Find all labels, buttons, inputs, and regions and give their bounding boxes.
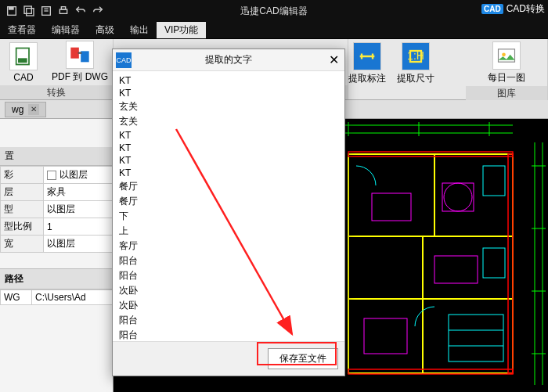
extracted-text-line[interactable]: 餐厅 (119, 179, 338, 194)
extracted-text-line[interactable]: 玄关 (119, 114, 338, 129)
save-as-icon[interactable] (20, 2, 38, 20)
redo-icon[interactable] (89, 2, 106, 20)
menu-bar: 查看器 编辑器 高级 输出 VIP功能 (0, 22, 548, 39)
color-swatch-icon (47, 171, 56, 180)
ribbon-btn-pdf-dwg-label: PDF 到 DWG (52, 70, 108, 84)
extracted-text-line[interactable]: KT (119, 74, 338, 87)
path-key: WG (1, 290, 32, 305)
svg-rect-40 (364, 318, 407, 354)
ribbon-btn-cad-label: CAD (13, 72, 33, 83)
prop-key: 层 (1, 184, 44, 201)
save-icon[interactable] (3, 2, 20, 20)
prop-key: 型比例 (1, 218, 44, 236)
extracted-text-line[interactable]: 客厅 (119, 239, 338, 254)
svg-rect-36 (372, 193, 411, 221)
svg-rect-41 (483, 166, 505, 196)
svg-rect-2 (24, 6, 31, 13)
svg-point-16 (502, 52, 506, 56)
extracted-text-line[interactable]: 次卧 (119, 283, 338, 298)
svg-rect-7 (59, 9, 67, 13)
properties-table: 彩以图层 层家具 型以图层 型比例1 宽以图层 (0, 166, 113, 253)
extracted-text-line[interactable]: 下 (119, 209, 338, 224)
dialog-title-bar[interactable]: CAD 提取的文字 ✕ (113, 49, 344, 71)
extracted-text-line[interactable]: 餐厅 (119, 194, 338, 209)
extract-size-icon: 1:H (402, 42, 430, 70)
extracted-text-line[interactable]: 次卧 (119, 298, 338, 313)
menu-editor[interactable]: 编辑器 (44, 22, 88, 38)
save-all-icon[interactable] (38, 2, 55, 20)
extract-dim-icon (353, 42, 381, 70)
extracted-text-line[interactable]: 阳台 (119, 254, 338, 268)
dialog-text-list[interactable]: KTKT玄关玄关KTKTKTKT餐厅餐厅下上客厅阳台阳台次卧次卧阳台阳台客厅 (113, 71, 344, 341)
svg-rect-10 (18, 58, 27, 63)
dialog-title: 提取的文字 (135, 53, 323, 67)
prop-val[interactable]: 家具 (44, 184, 113, 201)
cad-file-icon (9, 42, 38, 70)
document-tab-label: wg (12, 104, 23, 115)
menu-output[interactable]: 输出 (122, 22, 157, 38)
cad-badge-icon: CAD (481, 4, 503, 14)
ribbon-group-convert-label: 转换 (0, 85, 113, 99)
svg-rect-43 (449, 315, 503, 361)
dialog-close-icon[interactable]: ✕ (323, 49, 344, 71)
extracted-text-line[interactable]: KT (119, 129, 338, 142)
cad-convert-link[interactable]: CAD CAD转换 (481, 2, 545, 16)
prop-key: 型 (1, 201, 44, 218)
svg-rect-12 (81, 51, 89, 62)
prop-val[interactable]: 以图层 (44, 167, 113, 184)
gallery-icon (492, 41, 521, 70)
menu-viewer[interactable]: 查看器 (0, 22, 44, 38)
ribbon-btn-daily-label: 每日一图 (488, 71, 525, 85)
prop-val[interactable]: 1 (44, 218, 113, 236)
svg-rect-1 (9, 7, 13, 9)
pdf-dwg-icon (66, 41, 94, 69)
ribbon-btn-cad[interactable]: CAD (5, 42, 42, 83)
prop-key: 宽 (1, 236, 44, 253)
extracted-text-dialog: CAD 提取的文字 ✕ KTKT玄关玄关KTKTKTKT餐厅餐厅下上客厅阳台阳台… (112, 49, 345, 376)
prop-val[interactable]: 以图层 (44, 201, 113, 218)
extracted-text-line[interactable]: 上 (119, 224, 338, 239)
extracted-text-line[interactable]: 阳台 (119, 268, 338, 283)
path-value: C:\Users\Ad (32, 290, 113, 305)
svg-rect-30 (348, 154, 513, 373)
document-tab[interactable]: wg ✕ (5, 102, 46, 117)
ribbon-btn-extract-size-label: 提取尺寸 (397, 72, 434, 85)
svg-rect-3 (27, 9, 34, 16)
cad-convert-label: CAD转换 (507, 2, 545, 16)
svg-rect-38 (442, 183, 474, 211)
title-bar: 迅捷CAD编辑器 CAD CAD转换 (0, 0, 548, 22)
close-tab-icon[interactable]: ✕ (28, 104, 39, 115)
extracted-text-line[interactable]: 阳台 (119, 313, 338, 328)
ribbon-group-gallery-label: 图库 (466, 86, 547, 100)
extracted-text-line[interactable]: 阳台 (119, 328, 338, 341)
prop-key: 彩 (1, 167, 44, 184)
svg-rect-39 (434, 256, 478, 283)
extracted-text-line[interactable]: KT (119, 87, 338, 99)
ribbon-btn-daily-image[interactable]: 每日一图 (488, 41, 525, 85)
svg-rect-11 (70, 48, 79, 59)
menu-vip[interactable]: VIP功能 (157, 22, 206, 38)
print-icon[interactable] (55, 2, 72, 20)
properties-section-header: 置 (0, 147, 113, 166)
svg-point-37 (444, 183, 472, 211)
menu-advanced[interactable]: 高级 (88, 22, 122, 38)
ribbon-btn-extract-size[interactable]: 1:H 提取尺寸 (397, 42, 434, 85)
paths-section-header: 路径 (0, 268, 113, 290)
ribbon-btn-extract-dim-label: 提取标注 (348, 72, 386, 85)
properties-panel: 置 彩以图层 层家具 型以图层 型比例1 宽以图层 路径 WGC:\Users\… (0, 119, 114, 392)
ribbon-btn-pdf-dwg[interactable]: PDF 到 DWG (52, 41, 108, 84)
svg-text:1:H: 1:H (407, 49, 424, 62)
extracted-text-line[interactable]: 玄关 (119, 99, 338, 114)
extracted-text-line[interactable]: KT (119, 142, 338, 154)
svg-rect-8 (61, 7, 65, 9)
extracted-text-line[interactable]: KT (119, 154, 338, 167)
undo-icon[interactable] (72, 2, 89, 20)
svg-rect-42 (483, 248, 505, 278)
save-to-file-button[interactable]: 保存至文件 (268, 348, 338, 369)
ribbon-btn-extract-dim[interactable]: 提取标注 (348, 42, 386, 85)
dialog-app-icon: CAD (116, 52, 132, 68)
extracted-text-line[interactable]: KT (119, 167, 338, 179)
prop-val[interactable]: 以图层 (44, 236, 113, 253)
